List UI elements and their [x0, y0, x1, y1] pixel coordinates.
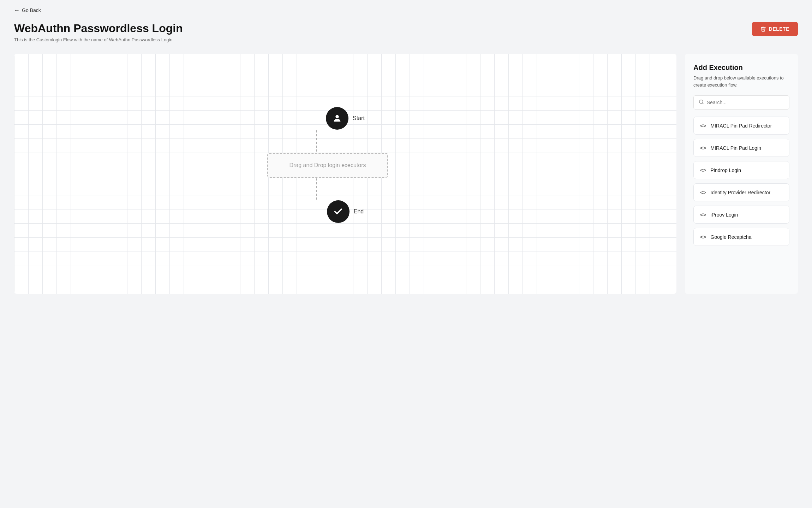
end-node: End [327, 200, 364, 223]
sidebar-title: Add Execution [693, 64, 789, 72]
start-node-circle [326, 107, 348, 130]
search-input[interactable] [707, 100, 784, 105]
add-execution-panel: Add Execution Drag and drop below availa… [685, 54, 798, 294]
trash-icon [760, 26, 766, 32]
sidebar-description: Drag and drop below available executions… [693, 75, 789, 88]
page-header: WebAuthn Passwordless Login This is the … [0, 13, 812, 48]
executor-item[interactable]: <> MIRACL Pin Pad Redirector [693, 117, 789, 135]
go-back-label: Go Back [22, 7, 41, 13]
end-label: End [354, 208, 364, 215]
page-title: WebAuthn Passwordless Login [14, 22, 183, 35]
executor-label: MIRACL Pin Pad Login [711, 145, 761, 151]
executor-label: MIRACL Pin Pad Redirector [711, 123, 772, 129]
connector-line-bottom [316, 178, 317, 200]
flow-canvas-wrapper: Start Drag and Drop login executors End [14, 54, 676, 294]
executor-list: <> MIRACL Pin Pad Redirector <> MIRACL P… [693, 117, 789, 246]
page-subtitle: This is the Customlogin Flow with the na… [14, 37, 183, 42]
end-node-circle [327, 200, 350, 223]
code-brackets-icon: <> [700, 167, 706, 173]
executor-item[interactable]: <> Pindrop Login [693, 161, 789, 179]
check-icon [333, 207, 343, 217]
executor-label: iProov Login [711, 212, 738, 218]
page-title-block: WebAuthn Passwordless Login This is the … [14, 22, 183, 42]
search-box [693, 95, 789, 110]
executor-item[interactable]: <> iProov Login [693, 206, 789, 224]
svg-line-2 [702, 103, 703, 104]
arrow-left-icon: ← [14, 7, 20, 13]
search-icon [699, 99, 704, 106]
flow-canvas: Start Drag and Drop login executors End [14, 54, 676, 294]
code-brackets-icon: <> [700, 212, 706, 218]
start-node: Start [326, 107, 365, 130]
executor-label: Google Recaptcha [711, 234, 752, 240]
drop-zone-label: Drag and Drop login executors [289, 162, 366, 168]
executor-item[interactable]: <> Identity Provider Redirector [693, 183, 789, 201]
executor-item[interactable]: <> Google Recaptcha [693, 228, 789, 246]
user-icon [332, 113, 342, 123]
code-brackets-icon: <> [700, 234, 706, 240]
connector-line-top [316, 130, 317, 152]
drop-zone[interactable]: Drag and Drop login executors [267, 153, 388, 178]
code-brackets-icon: <> [700, 123, 706, 129]
executor-label: Pindrop Login [711, 167, 741, 173]
svg-point-0 [335, 115, 339, 118]
go-back-button[interactable]: ← Go Back [14, 7, 41, 13]
delete-button[interactable]: DELETE [752, 22, 798, 36]
code-brackets-icon: <> [700, 189, 706, 195]
executor-label: Identity Provider Redirector [711, 190, 771, 195]
main-content: Start Drag and Drop login executors End [0, 48, 812, 308]
delete-label: DELETE [769, 26, 789, 32]
start-label: Start [353, 115, 365, 122]
code-brackets-icon: <> [700, 145, 706, 151]
executor-item[interactable]: <> MIRACL Pin Pad Login [693, 139, 789, 157]
